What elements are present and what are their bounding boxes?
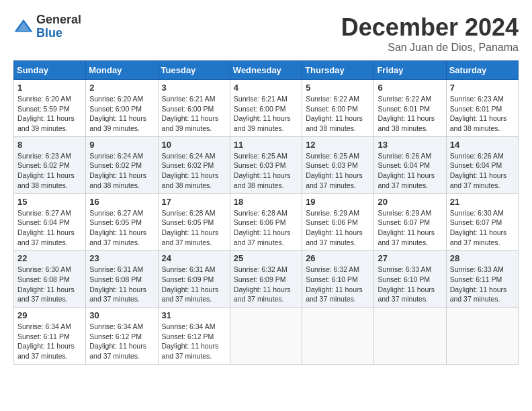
day-info: Sunrise: 6:24 AMSunset: 6:02 PMDaylight:… [89, 151, 154, 191]
day-info: Sunrise: 6:30 AMSunset: 6:07 PMDaylight:… [450, 208, 515, 248]
day-number: 23 [89, 253, 154, 263]
logo-blue: Blue [36, 26, 62, 40]
calendar-header-row: SundayMondayTuesdayWednesdayThursdayFrid… [14, 61, 519, 80]
day-number: 28 [450, 253, 515, 263]
day-number: 15 [17, 197, 82, 207]
calendar-cell: 10Sunrise: 6:24 AMSunset: 6:02 PMDayligh… [158, 136, 230, 193]
day-info: Sunrise: 6:23 AMSunset: 6:02 PMDaylight:… [17, 151, 82, 191]
day-info: Sunrise: 6:30 AMSunset: 6:08 PMDaylight:… [17, 265, 82, 304]
calendar-cell: 28Sunrise: 6:33 AMSunset: 6:11 PMDayligh… [446, 250, 518, 308]
calendar-cell: 31Sunrise: 6:34 AMSunset: 6:12 PMDayligh… [158, 308, 230, 365]
day-number: 29 [17, 310, 82, 320]
calendar-cell: 1Sunrise: 6:20 AMSunset: 5:59 PMDaylight… [14, 80, 86, 137]
day-info: Sunrise: 6:28 AMSunset: 6:06 PMDaylight:… [234, 208, 298, 248]
day-info: Sunrise: 6:29 AMSunset: 6:06 PMDaylight:… [306, 208, 370, 248]
day-number: 31 [162, 310, 226, 320]
day-number: 12 [306, 140, 370, 150]
day-number: 22 [17, 253, 82, 263]
day-info: Sunrise: 6:20 AMSunset: 6:00 PMDaylight:… [89, 94, 154, 134]
day-number: 18 [234, 197, 298, 207]
day-number: 11 [234, 140, 298, 150]
location-subtitle: San Juan de Dios, Panama [341, 42, 519, 54]
calendar-cell: 4Sunrise: 6:21 AMSunset: 6:00 PMDaylight… [230, 80, 302, 137]
day-info: Sunrise: 6:34 AMSunset: 6:11 PMDaylight:… [17, 322, 82, 361]
calendar-cell: 27Sunrise: 6:33 AMSunset: 6:10 PMDayligh… [374, 250, 446, 308]
calendar-cell: 29Sunrise: 6:34 AMSunset: 6:11 PMDayligh… [14, 308, 86, 365]
calendar-cell: 11Sunrise: 6:25 AMSunset: 6:03 PMDayligh… [230, 136, 302, 193]
header-friday: Friday [374, 61, 446, 80]
day-info: Sunrise: 6:21 AMSunset: 6:00 PMDaylight:… [234, 94, 298, 134]
calendar-cell: 2Sunrise: 6:20 AMSunset: 6:00 PMDaylight… [86, 80, 158, 137]
day-info: Sunrise: 6:25 AMSunset: 6:03 PMDaylight:… [234, 151, 298, 191]
calendar-cell: 13Sunrise: 6:26 AMSunset: 6:04 PMDayligh… [374, 136, 446, 193]
day-info: Sunrise: 6:27 AMSunset: 6:05 PMDaylight:… [89, 208, 154, 248]
calendar-cell: 18Sunrise: 6:28 AMSunset: 6:06 PMDayligh… [230, 193, 302, 250]
day-info: Sunrise: 6:20 AMSunset: 5:59 PMDaylight:… [17, 94, 82, 134]
day-number: 19 [306, 197, 370, 207]
calendar-week-row: 22Sunrise: 6:30 AMSunset: 6:08 PMDayligh… [14, 250, 519, 308]
calendar-cell: 5Sunrise: 6:22 AMSunset: 6:00 PMDaylight… [302, 80, 374, 137]
day-info: Sunrise: 6:31 AMSunset: 6:09 PMDaylight:… [162, 265, 226, 304]
day-info: Sunrise: 6:28 AMSunset: 6:05 PMDaylight:… [162, 208, 226, 248]
day-number: 3 [162, 83, 226, 93]
calendar-cell [446, 308, 518, 365]
header-sunday: Sunday [14, 61, 86, 80]
calendar-cell: 23Sunrise: 6:31 AMSunset: 6:08 PMDayligh… [86, 250, 158, 308]
day-number: 20 [378, 197, 442, 207]
day-number: 21 [450, 197, 515, 207]
day-info: Sunrise: 6:27 AMSunset: 6:04 PMDaylight:… [17, 208, 82, 248]
day-number: 24 [162, 253, 226, 263]
day-number: 16 [89, 197, 154, 207]
calendar-cell: 22Sunrise: 6:30 AMSunset: 6:08 PMDayligh… [14, 250, 86, 308]
month-year-title: December 2024 [341, 13, 519, 42]
calendar-cell [302, 308, 374, 365]
logo-icon [13, 17, 34, 37]
day-info: Sunrise: 6:33 AMSunset: 6:10 PMDaylight:… [378, 265, 442, 304]
calendar-week-row: 15Sunrise: 6:27 AMSunset: 6:04 PMDayligh… [14, 193, 519, 250]
calendar-cell: 21Sunrise: 6:30 AMSunset: 6:07 PMDayligh… [446, 193, 518, 250]
calendar-cell: 6Sunrise: 6:22 AMSunset: 6:01 PMDaylight… [374, 80, 446, 137]
day-number: 17 [162, 197, 226, 207]
calendar-cell: 20Sunrise: 6:29 AMSunset: 6:07 PMDayligh… [374, 193, 446, 250]
calendar-cell: 7Sunrise: 6:23 AMSunset: 6:01 PMDaylight… [446, 80, 518, 137]
day-number: 5 [306, 83, 370, 93]
calendar-cell: 14Sunrise: 6:26 AMSunset: 6:04 PMDayligh… [446, 136, 518, 193]
calendar-cell: 30Sunrise: 6:34 AMSunset: 6:12 PMDayligh… [86, 308, 158, 365]
calendar-cell: 3Sunrise: 6:21 AMSunset: 6:00 PMDaylight… [158, 80, 230, 137]
day-info: Sunrise: 6:21 AMSunset: 6:00 PMDaylight:… [162, 94, 226, 134]
day-number: 27 [378, 253, 442, 263]
day-info: Sunrise: 6:32 AMSunset: 6:09 PMDaylight:… [234, 265, 298, 304]
calendar-week-row: 29Sunrise: 6:34 AMSunset: 6:11 PMDayligh… [14, 308, 519, 365]
header-monday: Monday [86, 61, 158, 80]
day-number: 7 [450, 83, 515, 93]
day-number: 8 [17, 140, 82, 150]
title-block: December 2024 San Juan de Dios, Panama [341, 13, 519, 54]
calendar-cell: 17Sunrise: 6:28 AMSunset: 6:05 PMDayligh… [158, 193, 230, 250]
day-info: Sunrise: 6:23 AMSunset: 6:01 PMDaylight:… [450, 94, 515, 134]
calendar-cell: 25Sunrise: 6:32 AMSunset: 6:09 PMDayligh… [230, 250, 302, 308]
day-info: Sunrise: 6:25 AMSunset: 6:03 PMDaylight:… [306, 151, 370, 191]
day-info: Sunrise: 6:22 AMSunset: 6:00 PMDaylight:… [306, 94, 370, 134]
calendar-cell: 16Sunrise: 6:27 AMSunset: 6:05 PMDayligh… [86, 193, 158, 250]
calendar-cell [230, 308, 302, 365]
day-number: 13 [378, 140, 442, 150]
day-info: Sunrise: 6:24 AMSunset: 6:02 PMDaylight:… [162, 151, 226, 191]
day-number: 14 [450, 140, 515, 150]
day-info: Sunrise: 6:34 AMSunset: 6:12 PMDaylight:… [89, 322, 154, 361]
day-info: Sunrise: 6:31 AMSunset: 6:08 PMDaylight:… [89, 265, 154, 304]
header-saturday: Saturday [446, 61, 518, 80]
logo-general: General [36, 13, 81, 26]
calendar-cell: 15Sunrise: 6:27 AMSunset: 6:04 PMDayligh… [14, 193, 86, 250]
day-number: 26 [306, 253, 370, 263]
day-number: 2 [89, 83, 154, 93]
calendar-cell: 12Sunrise: 6:25 AMSunset: 6:03 PMDayligh… [302, 136, 374, 193]
day-number: 10 [162, 140, 226, 150]
logo-text: General Blue [36, 13, 81, 40]
day-info: Sunrise: 6:22 AMSunset: 6:01 PMDaylight:… [378, 94, 442, 134]
day-number: 25 [234, 253, 298, 263]
day-number: 4 [234, 83, 298, 93]
calendar-cell: 26Sunrise: 6:32 AMSunset: 6:10 PMDayligh… [302, 250, 374, 308]
page-header: General Blue December 2024 San Juan de D… [13, 13, 519, 54]
day-info: Sunrise: 6:29 AMSunset: 6:07 PMDaylight:… [378, 208, 442, 248]
day-number: 1 [17, 83, 82, 93]
